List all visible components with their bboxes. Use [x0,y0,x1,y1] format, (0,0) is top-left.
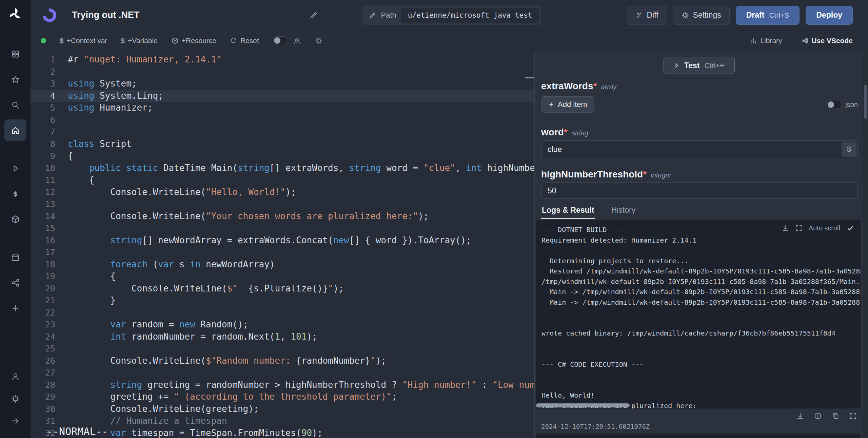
line-number[interactable]: 7 [31,126,55,138]
line-number[interactable]: 19 [31,270,55,283]
threshold-input[interactable] [541,183,858,199]
download-result-icon[interactable] [796,412,804,420]
code-line[interactable]: 1#r "nuget: Humanizer, 2.14.1" [31,54,534,66]
code-line[interactable]: 13 [31,198,534,210]
use-vscode-button[interactable]: Use VScode [801,37,853,45]
line-number[interactable]: 1 [31,54,55,66]
line-number[interactable]: 30 [31,403,55,415]
line-number[interactable]: 5 [31,102,55,114]
sidebar-item-account[interactable] [4,367,26,386]
workspace-logo-icon[interactable] [40,5,59,24]
path-value[interactable]: u/etienne/microsoft_java_test [401,8,539,23]
test-button[interactable]: Test Ctrl+↵ [664,57,735,74]
tab-logs-result[interactable]: Logs & Result [541,204,595,219]
code-line[interactable]: 6 [31,114,534,126]
info-icon[interactable] [814,412,822,420]
line-number[interactable]: 16 [31,234,55,247]
line-number[interactable]: 3 [31,78,55,90]
code-line[interactable]: 2 [31,66,534,78]
auto-scroll-checkbox[interactable] [846,224,854,232]
line-number[interactable]: 14 [31,210,55,223]
sidebar-item-triggers[interactable] [4,272,26,293]
reset-button[interactable]: Reset [230,37,259,45]
sidebar-item-workspace-settings[interactable] [4,389,26,408]
add-resource-button[interactable]: +Resource [171,37,216,45]
code-line[interactable]: 12 Console.WriteLine("Hello, World!"); [31,186,534,198]
variable-picker-button[interactable]: $ [842,142,856,157]
code-line[interactable]: 14 Console.WriteLine("Your chosen words … [31,210,534,223]
sidebar-item-runs[interactable] [4,157,26,179]
code-line[interactable]: 23 var random = new Random(); [31,319,534,331]
sidebar-item-expand-sidebar[interactable] [4,411,26,430]
line-number[interactable]: 11 [31,174,55,186]
line-number[interactable]: 27 [31,367,55,379]
line-number[interactable]: 9 [31,150,55,162]
add-variable-button[interactable]: $ +Variable [121,37,157,45]
code-line[interactable]: 22 [31,307,534,319]
line-number[interactable]: 8 [31,138,55,150]
sidebar-item-favorites[interactable] [4,69,26,90]
edit-title-button[interactable] [309,11,318,20]
log-horizontal-scrollbar[interactable] [536,403,630,407]
sidebar-item-home[interactable] [4,119,26,141]
line-number[interactable]: 21 [31,294,55,307]
sidebar-item-resources[interactable] [4,208,26,230]
line-number[interactable]: 26 [31,355,55,367]
line-number[interactable]: 29 [31,391,55,403]
copy-result-icon[interactable] [831,412,840,420]
code-line[interactable]: 21 } [31,294,534,307]
code-line[interactable]: 30 Console.WriteLine(greeting); [31,403,534,415]
code-line[interactable]: 27 [31,367,534,379]
line-number[interactable]: 22 [31,307,55,319]
draft-button[interactable]: Draft Ctrl+S [736,6,800,25]
code-line[interactable]: 17 [31,246,534,259]
sidebar-item-more[interactable] [4,297,26,319]
path-pill[interactable]: Path u/etienne/microsoft_java_test [362,5,541,25]
code-editor[interactable]: 1#r "nuget: Humanizer, 2.14.1"23using Sy… [31,51,534,438]
settings-button[interactable]: Settings [673,6,730,25]
diff-mode-toggle[interactable] [273,36,288,45]
code-line[interactable]: 24 int randomNumber = random.Next(1, 101… [31,331,534,343]
sidebar-item-variables[interactable] [4,183,26,205]
code-line[interactable]: 20 Console.WriteLine($" {s.Pluralize()}"… [31,283,534,295]
json-toggle[interactable] [826,100,842,109]
code-line[interactable]: 26 Console.WriteLine($"Random number: {r… [31,355,534,367]
expand-result-icon[interactable] [849,412,857,420]
code-line[interactable]: 9{ [31,150,534,162]
code-line[interactable]: 29 greeting += " (according to the thres… [31,391,534,403]
line-number[interactable]: 17 [31,246,55,259]
people-icon[interactable] [293,37,301,45]
line-number[interactable]: 20 [31,283,55,295]
panel-scrollbar-thumb[interactable] [864,85,867,119]
line-number[interactable]: 18 [31,259,55,271]
panel-scrollbar[interactable] [863,51,868,438]
sidebar-item-apps[interactable] [4,43,26,65]
toolbar-gear-icon[interactable] [315,37,322,44]
line-number[interactable]: 15 [31,222,55,234]
code-line[interactable]: 3using System; [31,78,534,90]
library-button[interactable]: Library [750,37,782,45]
download-logs-icon[interactable] [782,224,789,232]
sidebar-item-search[interactable] [4,94,26,116]
code-line[interactable]: 16 string[] newWordArray = extraWords.Co… [31,234,534,247]
line-number[interactable]: 6 [31,114,55,126]
line-number[interactable]: 4 [31,90,55,102]
line-number[interactable]: 2 [31,66,55,78]
code-line[interactable]: 10 public static DateTime Main(string[] … [31,162,534,174]
add-item-button[interactable]: Add item [541,96,594,113]
code-line[interactable]: 19 { [31,270,534,283]
code-line[interactable]: 8class Script [31,138,534,150]
line-number[interactable]: 12 [31,186,55,198]
expand-logs-icon[interactable] [795,224,803,232]
code-line[interactable]: 5using Humanizer; [31,102,534,114]
code-line[interactable]: 4using System.Linq; [31,90,534,102]
line-number[interactable]: 23 [31,319,55,331]
tab-history[interactable]: History [611,204,636,219]
panel-resize-handle[interactable] [525,77,534,78]
line-number[interactable]: 10 [31,162,55,174]
sidebar-item-schedules[interactable] [4,246,26,268]
code-line[interactable]: 28 string greeting = randomNumber > high… [31,379,534,391]
add-context-var-button[interactable]: $ +Context var [60,37,107,45]
line-number[interactable]: 13 [31,198,55,210]
diff-button[interactable]: Diff [627,6,667,25]
